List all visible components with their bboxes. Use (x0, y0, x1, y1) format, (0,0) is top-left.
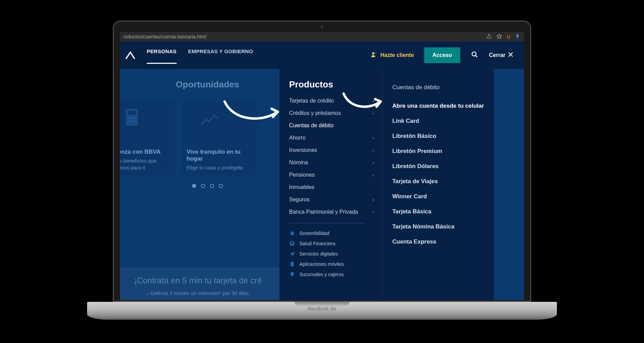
browser-icon-group: U (486, 34, 521, 40)
screen-bezel: roductos/cuentas/cuenta-bancaria.html U (113, 21, 531, 302)
menu-item-seguros[interactable]: Seguros› (289, 193, 374, 206)
become-client-link[interactable]: Hazte cliente (371, 51, 414, 59)
browser-toolbar: roductos/cuentas/cuenta-bancaria.html U (120, 32, 524, 42)
carousel-dot-4[interactable] (219, 184, 223, 188)
chevron-right-icon: › (372, 110, 374, 116)
sub-item-abre-cuenta[interactable]: Abre una cuenta desde tu celular (392, 98, 486, 114)
svg-point-11 (134, 117, 136, 119)
device-label: MacBook Air (308, 306, 336, 311)
card2-line: Elige tu casa y protégela (187, 164, 252, 171)
menu-item-creditos[interactable]: Créditos y préstamos› (289, 107, 374, 119)
svg-point-12 (129, 120, 130, 122)
sub-item-link-card[interactable]: Link Card (392, 114, 486, 129)
location-icon (289, 271, 295, 277)
body-area: Oportunidades mienza con BBVA a los bene… (120, 69, 524, 300)
extension-badge-u[interactable]: U (507, 34, 510, 39)
extra-link-sucursales[interactable]: Sucursales y cajeros (289, 269, 374, 280)
promo-heading: ¡Contrata en 5 min tu tarjeta de cré (123, 276, 273, 285)
submenu-header[interactable]: Cuentas de débito (392, 84, 486, 91)
svg-point-3 (472, 52, 476, 56)
carousel-dot-1[interactable] (192, 184, 196, 188)
card1-line1: a los beneficios que (120, 157, 170, 164)
svg-point-9 (129, 117, 130, 119)
svg-point-16 (213, 115, 215, 117)
svg-point-10 (131, 117, 133, 119)
nav-tab-empresas[interactable]: EMPRESAS Y GOBIERNO (188, 48, 253, 62)
extra-link-apps[interactable]: Aplicaciones móviles (289, 259, 374, 269)
carousel-dots (134, 184, 281, 188)
chevron-right-icon: › (372, 135, 374, 141)
products-menu: Productos Tarjetas de crédito› Créditos … (279, 69, 382, 300)
lightning-icon[interactable] (515, 34, 521, 40)
laptop-mockup: roductos/cuentas/cuenta-bancaria.html U (87, 21, 557, 322)
calculator-icon (125, 108, 142, 129)
page-root: PERSONAS EMPRESAS Y GOBIERNO Hazte clien… (120, 42, 524, 300)
house-chart-icon (200, 108, 219, 129)
svg-rect-18 (291, 262, 294, 266)
close-label: Cerrar (489, 52, 505, 58)
sub-item-tarjeta-viajes[interactable]: Tarjeta de Viajes (392, 174, 486, 189)
user-plus-icon (371, 51, 378, 59)
camera-dot (321, 26, 323, 28)
card1-title: mienza con BBVA (120, 149, 170, 155)
menu-divider (289, 223, 365, 223)
debit-accounts-submenu: Cuentas de débito Abre una cuenta desde … (382, 69, 494, 300)
carousel-dot-2[interactable] (201, 184, 205, 188)
become-client-label: Hazte cliente (380, 52, 414, 58)
star-icon[interactable] (497, 34, 502, 40)
sub-item-libreton-dolares[interactable]: Libretón Dólares (392, 159, 486, 174)
sub-item-cuenta-express[interactable]: Cuenta Express (392, 234, 486, 249)
menu-item-nomina[interactable]: Nómina› (289, 156, 374, 169)
trackpad-notch (295, 302, 349, 306)
menu-item-cuentas-debito[interactable]: Cuentas de débito (289, 119, 374, 132)
chevron-right-icon: › (372, 98, 374, 104)
close-menu-button[interactable]: Cerrar (489, 51, 514, 59)
carousel-dot-3[interactable] (210, 184, 214, 188)
menu-item-tarjetas-credito[interactable]: Tarjetas de crédito› (289, 95, 374, 107)
top-nav: PERSONAS EMPRESAS Y GOBIERNO Hazte clien… (120, 42, 524, 69)
svg-point-15 (205, 118, 207, 121)
menu-item-pensiones[interactable]: Pensiones› (289, 169, 374, 181)
extra-link-sostenibilidad[interactable]: Sostenibilidad (289, 228, 374, 238)
sub-item-libreton-premium[interactable]: Libretón Premium (392, 144, 486, 159)
mobile-icon (289, 261, 295, 267)
chevron-right-icon: › (372, 147, 374, 153)
opportunity-card-2[interactable]: Vive tranquilo en tu hogar Elige tu casa… (182, 100, 257, 176)
close-icon (508, 51, 514, 59)
extra-link-servicios[interactable]: Servicios digitales (289, 249, 374, 259)
laptop-base: MacBook Air (87, 302, 557, 322)
menu-item-inmuebles[interactable]: Inmuebles (289, 181, 374, 193)
leaf-icon (289, 230, 295, 236)
menu-item-banca-patrimonial[interactable]: Banca Patrimonial y Privada› (289, 206, 374, 218)
access-button[interactable]: Acceso (424, 47, 460, 63)
extra-link-salud[interactable]: Salud Financiera (289, 238, 374, 249)
send-icon (289, 251, 295, 257)
opportunity-card-1[interactable]: mienza con BBVA a los beneficios que ene… (120, 100, 175, 176)
menu-item-inversiones[interactable]: Inversiones› (289, 144, 374, 156)
heart-icon (289, 240, 295, 247)
promo-bullet-1: – Disfruta 3 meses sin intereses* por 30… (123, 290, 273, 296)
opportunities-title: Oportunidades (134, 79, 281, 90)
share-icon[interactable] (486, 34, 492, 40)
chevron-right-icon: › (372, 209, 374, 215)
products-menu-title: Productos (289, 79, 374, 90)
sub-item-tarjeta-basica[interactable]: Tarjeta Básica (392, 204, 486, 219)
svg-marker-0 (497, 34, 501, 38)
url-fragment: roductos/cuentas/cuenta-bancaria.html (123, 34, 486, 39)
chevron-right-icon: › (372, 160, 374, 165)
chevron-right-icon: › (372, 172, 374, 178)
card2-title: Vive tranquilo en tu hogar (187, 149, 252, 162)
sub-item-winner-card[interactable]: Winner Card (392, 189, 486, 204)
brand-logo-icon[interactable] (123, 48, 137, 62)
svg-point-14 (134, 120, 136, 122)
svg-line-4 (475, 56, 477, 57)
svg-point-1 (372, 52, 374, 55)
card1-line2: enemos para ti (120, 164, 170, 171)
search-icon[interactable] (471, 51, 478, 59)
menu-item-ahorro[interactable]: Ahorro› (289, 132, 374, 144)
sub-item-libreton-basico[interactable]: Libretón Básico (392, 129, 486, 144)
nav-tab-personas[interactable]: PERSONAS (147, 48, 177, 62)
svg-rect-8 (128, 111, 136, 115)
sub-item-tarjeta-nomina[interactable]: Tarjeta Nómina Básica (392, 219, 486, 234)
promo-strip: ¡Contrata en 5 min tu tarjeta de cré – D… (120, 268, 279, 300)
